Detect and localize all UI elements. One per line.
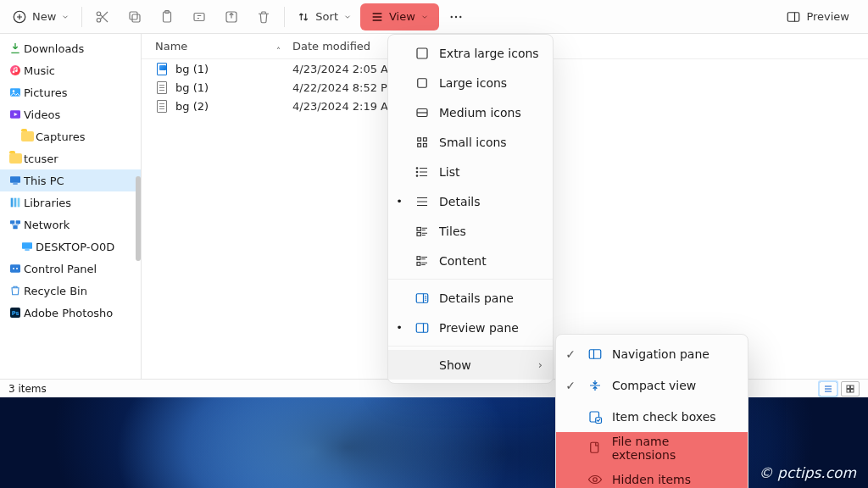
menu-item-label: Details (439, 195, 542, 208)
navigation-pane[interactable]: Downloads Music Pictures Videos Captures… (0, 34, 142, 388)
check-icon: ✓ (563, 379, 578, 392)
show-option-navigation-pane[interactable]: ✓ Navigation pane (556, 338, 748, 369)
nav-item-label: Music (24, 64, 55, 77)
view-option-small-icons[interactable]: Small icons (388, 127, 553, 157)
view-pane-preview-pane[interactable]: • Preview pane (388, 313, 553, 342)
copy-button[interactable] (120, 3, 150, 30)
menu-item-label: List (439, 165, 542, 179)
svg-point-9 (450, 15, 452, 17)
ellipsis-icon (448, 9, 464, 25)
show-option-compact-view[interactable]: ✓ Compact view (556, 369, 748, 401)
view-option-details[interactable]: • Details (388, 186, 553, 216)
share-icon (224, 9, 239, 25)
svg-rect-57 (591, 442, 598, 452)
nav-item-this-pc[interactable]: This PC (0, 169, 141, 191)
file-date-cell: 4/23/2024 2:05 AM (286, 63, 398, 75)
submenu-item-label: Navigation pane (612, 347, 709, 361)
tiles-icon (414, 224, 431, 239)
nav-item-label: Pictures (24, 86, 67, 99)
view-button[interactable]: View (360, 3, 439, 30)
nav-item-label: Captures (36, 130, 85, 143)
details-icon (414, 194, 431, 209)
menu-item-label: Details pane (439, 291, 542, 305)
view-option-extra-large-icons[interactable]: Extra large icons (388, 38, 553, 68)
nav-item-tcuser[interactable]: tcuser (0, 147, 141, 169)
show-option-hidden-items[interactable]: Hidden items (556, 463, 748, 488)
nav-item-label: Control Panel (24, 263, 97, 275)
menu-item-label: Content (439, 254, 542, 268)
svg-point-11 (459, 15, 461, 17)
svg-rect-28 (25, 249, 29, 250)
share-button[interactable] (216, 3, 247, 30)
details-mode-icon (822, 384, 834, 394)
svg-rect-22 (14, 198, 17, 208)
separator (81, 7, 82, 27)
folder-icon (20, 130, 34, 143)
nav-item-control-panel[interactable]: Control Panel (0, 258, 141, 280)
file-icon (155, 99, 169, 113)
view-option-large-icons[interactable]: Large icons (388, 68, 553, 97)
nav-item-network[interactable]: Network (0, 214, 141, 236)
view-option-tiles[interactable]: Tiles (388, 216, 553, 246)
new-label: New (32, 10, 56, 23)
cut-button[interactable] (87, 3, 118, 30)
svg-rect-38 (417, 48, 427, 58)
nav-item-desktop-o0d[interactable]: DESKTOP-O0D (0, 236, 141, 258)
thumbnails-mode-icon (844, 384, 856, 394)
svg-rect-50 (417, 256, 420, 259)
libraries-icon (8, 196, 22, 209)
delete-button[interactable] (248, 3, 279, 30)
xl-icon (414, 46, 431, 61)
nav-item-pictures[interactable]: Pictures (0, 81, 141, 103)
recycle-icon (8, 284, 22, 297)
show-option-item-check-boxes[interactable]: Item check boxes (556, 401, 748, 432)
view-option-content[interactable]: Content (388, 246, 553, 275)
clipboard-icon (159, 9, 175, 25)
svg-point-13 (10, 65, 20, 75)
svg-rect-23 (18, 198, 20, 208)
submenu-item-label: Hidden items (612, 473, 691, 486)
view-mode-thumbnails[interactable] (841, 381, 860, 396)
nav-item-label: tcuser (24, 152, 58, 165)
new-button[interactable]: New (5, 3, 76, 30)
column-header-date-label: Date modified (292, 40, 370, 53)
chevron-down-icon (420, 13, 429, 21)
svg-rect-41 (418, 137, 421, 141)
column-header-name-label: Name (155, 40, 187, 53)
menu-item-label: Large icons (439, 76, 542, 90)
nav-item-recycle-bin[interactable]: Recycle Bin (0, 280, 141, 302)
show-option-file-name-extensions[interactable]: File name extensions (556, 432, 748, 463)
preview-pane-toggle[interactable]: Preview (779, 3, 856, 30)
folder-icon (8, 152, 22, 165)
svg-rect-3 (132, 14, 140, 22)
scrollbar-thumb[interactable] (136, 176, 141, 261)
nav-item-label: Network (24, 219, 70, 231)
preview-pane-icon (414, 320, 431, 336)
nav-item-captures[interactable]: Captures (0, 125, 141, 147)
column-header-name[interactable]: Name ˄ (142, 40, 286, 53)
svg-rect-21 (11, 198, 14, 208)
menu-item-label: Preview pane (439, 321, 542, 335)
sort-button[interactable]: Sort (290, 3, 359, 30)
view-option-list[interactable]: List (388, 157, 553, 186)
nav-item-videos[interactable]: Videos (0, 103, 141, 125)
plus-circle-icon (12, 9, 27, 25)
more-button[interactable] (441, 3, 471, 30)
nav-item-adobe-photosho[interactable]: Ps Adobe Photosho (0, 302, 141, 324)
view-option-medium-icons[interactable]: Medium icons (388, 97, 553, 127)
rename-button[interactable] (184, 3, 214, 30)
nav-item-downloads[interactable]: Downloads (0, 37, 141, 59)
paste-button[interactable] (152, 3, 182, 30)
svg-rect-53 (416, 323, 428, 332)
view-pane-details-pane[interactable]: Details pane (388, 283, 553, 313)
nav-item-label: Videos (24, 108, 60, 121)
view-mode-details[interactable] (819, 381, 837, 396)
view-show-submenu[interactable]: Show › (388, 350, 553, 380)
nav-item-libraries[interactable]: Libraries (0, 191, 141, 214)
nav-item-label: DESKTOP-O0D (36, 241, 114, 253)
column-header-date[interactable]: Date modified (286, 40, 370, 53)
svg-rect-4 (130, 12, 137, 19)
rename-icon (192, 9, 207, 25)
file-date-cell: 4/22/2024 8:52 PM (286, 81, 397, 94)
nav-item-music[interactable]: Music (0, 59, 141, 81)
